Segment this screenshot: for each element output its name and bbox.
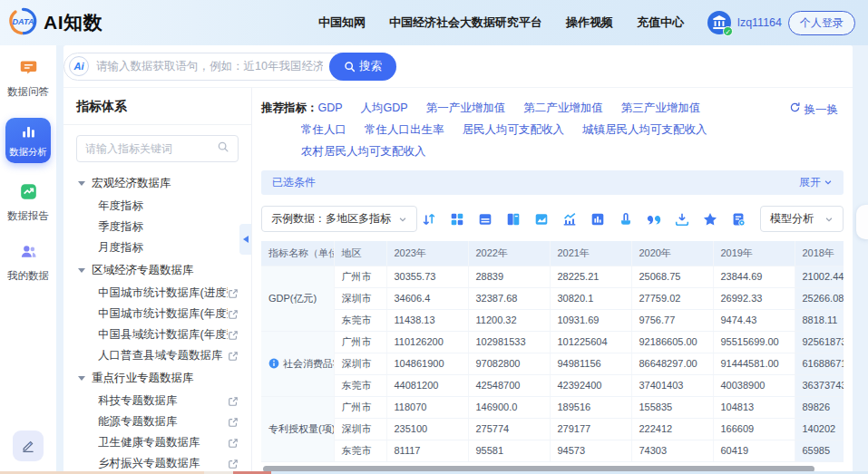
floating-handle[interactable] [856, 205, 868, 239]
nav-tutorial-video[interactable]: 操作视频 [566, 15, 613, 31]
rail-item-data-report[interactable]: 数据报告 [7, 182, 49, 223]
value-cell: 146900.0 [468, 396, 550, 418]
data-report-icon [19, 182, 38, 205]
ai-query-input[interactable] [89, 60, 330, 73]
value-cell: 36373743 [795, 374, 844, 396]
value-cell: 42392400 [550, 374, 631, 396]
value-cell: 101225604 [550, 331, 631, 353]
indicator-cell: 社会消费品零售总额(万元) [261, 331, 334, 396]
value-cell: 32387.68 [468, 287, 550, 309]
value-cell: 11438.13 [386, 309, 468, 331]
region-cell: 东莞市 [334, 309, 386, 331]
indicator-search-box [76, 135, 239, 162]
nav-recharge-center[interactable]: 充值中心 [637, 15, 684, 31]
institution-icon[interactable]: ✓ [707, 11, 731, 34]
recommend-indicator-link[interactable]: 居民人均可支配收入 [463, 119, 565, 140]
recommend-indicator-link[interactable]: 第一产业增加值 [426, 97, 506, 119]
tree-item[interactable]: 科技专题数据库 [63, 391, 251, 411]
nav-bigdata-platform[interactable]: 中国经济社会大数据研究平台 [389, 15, 542, 31]
recommend-indicator-link[interactable]: 人均GDP [361, 97, 408, 119]
tree-group[interactable]: 宏观经济数据库 [63, 171, 251, 196]
svg-text:DATA: DATA [13, 16, 34, 25]
external-link-icon[interactable] [228, 459, 239, 469]
table-icon[interactable] [476, 210, 494, 228]
recommend-indicator-link[interactable]: 农村居民人均可支配收入 [301, 140, 426, 162]
recommend-indicator-link[interactable]: 第三产业增加值 [621, 97, 701, 119]
external-link-icon[interactable] [228, 330, 239, 341]
tree-item[interactable]: 年度指标 [63, 196, 251, 217]
chart-box-icon[interactable] [589, 210, 607, 228]
username[interactable]: lzq11164 [737, 16, 782, 29]
rail-item-data-qa[interactable]: 数据问答 [7, 58, 49, 99]
tree-item[interactable]: 中国城市统计数据库(年度数据版) [63, 304, 251, 324]
trend-chart-icon[interactable] [561, 210, 579, 228]
table-header-cell: 指标名称（单位） [261, 241, 334, 266]
nav-cnki[interactable]: 中国知网 [318, 15, 366, 31]
value-cell: 34606.4 [386, 287, 468, 309]
value-cell: 8818.11 [795, 309, 844, 331]
external-link-icon[interactable] [228, 417, 239, 428]
brush-icon[interactable] [617, 210, 635, 228]
recommend-indicator-link[interactable]: 常住人口出生率 [365, 119, 444, 140]
tree-item[interactable]: 人口普查县域专题数据库 [63, 345, 251, 366]
tree-item[interactable]: 能源专题数据库 [63, 411, 251, 432]
sort-icon[interactable] [420, 210, 438, 228]
value-cell: 94981156 [550, 353, 631, 374]
app-logo: DATA AI知数 [9, 7, 102, 39]
tree-item[interactable]: 季度指标 [63, 217, 251, 237]
download-icon[interactable] [673, 210, 691, 228]
external-link-icon[interactable] [228, 396, 239, 407]
recommend-indicator-link[interactable]: 城镇居民人均可支配收入 [582, 119, 707, 140]
model-analysis-select[interactable]: 模型分析 [760, 206, 844, 232]
recommend-indicator-link[interactable]: 常住人口 [301, 119, 346, 140]
region-cell: 东莞市 [334, 440, 386, 461]
value-cell: 86648297.00 [631, 353, 713, 374]
value-cell: 40038900 [713, 374, 795, 396]
table-row: 深圳市235100275774279177222412166609140202 [261, 418, 844, 440]
value-cell: 95515699.00 [713, 331, 795, 353]
shuffle-button[interactable]: 换一换 [785, 97, 843, 122]
table-header-cell: 2022年 [468, 241, 550, 266]
value-cell: 140202 [795, 418, 844, 440]
value-cell: 60419 [713, 440, 795, 461]
star-icon[interactable] [701, 210, 719, 228]
expand-toggle[interactable]: 展开 [799, 175, 833, 190]
tree-item[interactable]: 月度指标 [63, 237, 251, 258]
tree-item[interactable]: 中国县域统计数据库(年度数据版) [63, 324, 251, 345]
value-cell: 11200.32 [468, 309, 550, 331]
tree-item[interactable]: 卫生健康专题数据库 [63, 432, 251, 453]
table-header-cell: 2021年 [550, 241, 631, 266]
value-cell: 166609 [713, 418, 795, 440]
data-table-wrap: 指标名称（单位）地区2023年2022年2021年2020年2019年2018年… [261, 241, 844, 462]
chart-image-icon[interactable] [532, 210, 551, 228]
recommend-indicator-link[interactable]: GDP [318, 97, 343, 119]
rail-item-data-analysis[interactable]: 数据分析 [5, 118, 51, 163]
value-cell: 9474.43 [713, 309, 795, 331]
external-link-icon[interactable] [228, 351, 239, 362]
tree-item[interactable]: 中国城市统计数据库(进度数据版) [63, 283, 251, 304]
book-icon[interactable] [504, 210, 522, 228]
doc-settings-icon[interactable] [729, 210, 747, 228]
value-cell: 81117 [386, 440, 468, 461]
value-cell: 104861900 [386, 353, 468, 374]
indicator-search-input[interactable] [85, 142, 217, 155]
external-link-icon[interactable] [228, 288, 239, 299]
grid-icon[interactable] [448, 210, 466, 228]
tree-group[interactable]: 区域经济专题数据库 [63, 258, 251, 283]
recommend-section: 推荐指标：GDP人均GDP第一产业增加值第二产业增加值第三产业增加值常住人口常住… [261, 88, 844, 164]
edit-pen-button[interactable] [13, 430, 44, 461]
table-header-cell: 2020年 [631, 241, 713, 266]
personal-login-button[interactable]: 个人登录 [788, 11, 855, 35]
data-qa-icon [19, 58, 38, 81]
recommend-indicator-link[interactable]: 第二产业增加值 [523, 97, 603, 119]
dataset-select[interactable]: 示例数据：多地区多指标 [261, 206, 417, 232]
search-button[interactable]: 搜索 [329, 53, 396, 81]
quote-icon[interactable] [645, 210, 663, 228]
panel-collapse-handle[interactable] [239, 224, 252, 255]
external-link-icon[interactable] [228, 309, 239, 320]
top-header: DATA AI知数 中国知网 中国经济社会大数据研究平台 操作视频 充值中心 ✓… [0, 0, 868, 45]
ai-icon: Ai [69, 56, 89, 76]
tree-group[interactable]: 重点行业专题数据库 [63, 366, 251, 391]
rail-item-my-data[interactable]: 我的数据 [7, 242, 49, 283]
external-link-icon[interactable] [228, 438, 239, 449]
